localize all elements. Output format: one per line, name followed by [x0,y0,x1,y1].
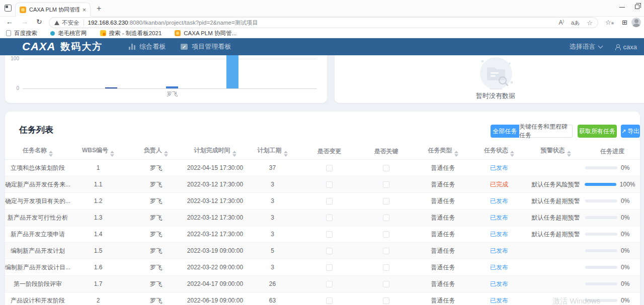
tab-actions-icon[interactable] [5,5,12,12]
bookmark-kanban[interactable]: 搜索 - 制造看板2021 [100,30,162,37]
column-header-wbs[interactable]: WBS编号 [70,146,126,157]
nav-composite-board[interactable]: 综合看板 [129,42,166,51]
add-favorite-star-icon[interactable]: ☆ [587,19,593,27]
key-checkbox[interactable] [383,248,389,254]
kanban-icon [100,30,106,36]
bookmark-baidu[interactable]: 百度搜索 [6,30,37,37]
bookmark-caxa-plm[interactable]: CAXA PLM 协同管... [175,30,236,37]
windows-activation-watermark: 激活 Windows [552,296,600,305]
owner-cell: 罗飞 [126,164,186,172]
window-restore-button[interactable] [635,5,639,9]
warning-cell: 默认任务风险预警 [527,180,585,189]
progress-percent: 0% [621,214,635,221]
key-checkbox-cell [358,297,415,304]
chart-bar-series-1 [105,87,117,88]
language-selector[interactable]: 选择语言 [570,42,602,51]
key-checkbox[interactable] [383,281,389,287]
panel-title: 任务列表 [19,124,53,136]
change-checkbox[interactable] [326,181,333,188]
key-checkbox[interactable] [383,198,389,205]
column-header-type[interactable]: 任务类型 [415,146,471,157]
sort-caret-icon[interactable] [232,151,236,157]
column-header-status[interactable]: 任务状态 [471,146,527,157]
change-checkbox[interactable] [326,297,333,304]
column-header-plan_finish[interactable]: 计划完成时间 [186,146,244,157]
duration-cell: 26 [244,280,301,287]
nav-project-board[interactable]: 项目管理看板 [181,42,231,51]
fetch-all-tasks-button[interactable]: 获取所有任务 [578,125,617,138]
owner-cell: 罗飞 [126,280,186,288]
change-checkbox[interactable] [326,248,333,254]
task-type-cell: 普通任务 [415,296,471,305]
export-button[interactable]: ↗ 导出 [621,125,640,138]
sort-caret-icon[interactable] [164,151,168,157]
change-checkbox[interactable] [326,165,333,171]
gridline-100 [23,59,317,59]
change-checkbox[interactable] [326,281,333,287]
filter-key-milestone-button[interactable]: 关键任务和里程碑任务 [519,125,573,138]
bookmarks-bar: 百度搜索 老毛桃官网 搜索 - 制造看板2021 CAXA PLM 协同管... [0,29,644,38]
column-header-name[interactable]: 任务名称 [5,146,70,157]
task-name-cell: 新产品开发可行性分析 [5,214,70,222]
owner-cell: 罗飞 [126,197,186,206]
key-checkbox[interactable] [383,181,389,188]
browser-tab[interactable]: CAXA PLM 协同管理 2021 × [15,3,91,17]
browser-profile-avatar[interactable] [631,18,641,27]
key-checkbox-cell [358,280,415,287]
collections-icon[interactable]: ⊞ [622,19,627,26]
x-axis-line [23,88,317,89]
sort-caret-icon[interactable] [454,151,458,157]
wbs-cell: 1.4 [70,231,126,238]
change-checkbox[interactable] [326,198,333,205]
key-checkbox[interactable] [383,297,389,304]
table-row: 立项和总体策划阶段1罗飞2022-04-15 17:30:0037普通任务已发布… [5,160,640,176]
progress-track [585,166,617,169]
sort-caret-icon[interactable] [110,151,114,157]
key-checkbox-cell [358,231,415,238]
x-category-label: 罗飞 [157,90,187,98]
page-icon [6,30,11,36]
sort-caret-icon[interactable] [567,151,571,157]
sort-caret-icon[interactable] [49,151,53,157]
progress-track [585,266,617,269]
key-checkbox-cell [358,164,415,171]
change-checkbox[interactable] [326,215,333,221]
refresh-icon[interactable]: ↻ [36,18,42,26]
tab-close-icon[interactable]: × [83,7,86,14]
window-minimize-button[interactable] [619,7,625,8]
key-checkbox[interactable] [383,231,389,238]
user-menu[interactable]: caxa [615,43,637,51]
status-cell: 已发布 [471,263,527,272]
address-bar[interactable]: 不安全 192.168.63.230 :8080/lkanban/project… [49,17,598,28]
key-checkbox[interactable] [383,264,389,271]
bookmark-laomaotao[interactable]: 老毛桃官网 [50,30,87,37]
task-type-cell: 普通任务 [415,180,471,189]
column-header-owner[interactable]: 负责人 [126,146,186,157]
empty-folder-search-icon [476,56,516,91]
change-checkbox[interactable] [326,231,333,238]
change-checkbox[interactable] [326,264,333,271]
status-cell: 已发布 [471,230,527,239]
favorites-bar-icon[interactable]: ☆≡ [605,19,614,26]
progress-fill [585,183,616,186]
sort-caret-icon[interactable] [284,151,288,157]
sort-caret-icon[interactable] [510,151,514,157]
back-icon[interactable]: ← [6,18,13,26]
browser-tab-strip: CAXA PLM 协同管理 2021 × + [0,0,644,17]
chart-bar-series-2 [166,86,178,88]
wbs-cell: 1.6 [70,264,126,271]
progress-cell: 0% [585,214,640,221]
read-aloud-icon[interactable]: A) [559,19,564,26]
task-type-cell: 普通任务 [415,197,471,206]
duration-cell: 37 [244,164,301,171]
translate-icon[interactable]: aあ [571,19,580,27]
column-header-duration[interactable]: 计划工期 [244,146,301,157]
bar-chart-icon [129,44,135,50]
key-checkbox[interactable] [383,215,389,221]
column-header-warning[interactable]: 预警状态 [527,146,585,157]
change-checkbox-cell [301,247,358,254]
key-checkbox[interactable] [383,165,389,171]
filter-all-tasks-button[interactable]: 全部任务 [491,125,519,138]
new-tab-button[interactable]: + [97,4,101,13]
status-cell: 已发布 [471,247,527,255]
